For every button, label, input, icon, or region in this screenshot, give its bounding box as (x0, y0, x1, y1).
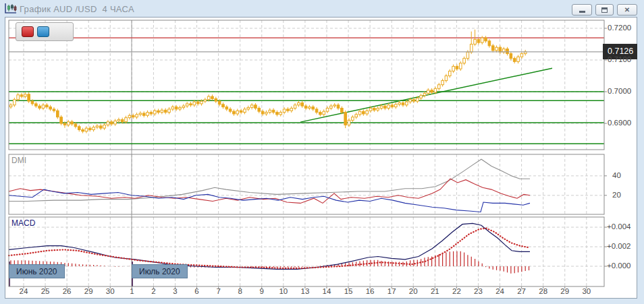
macd-axis-label: +0.002 (607, 242, 631, 250)
sell-red-button[interactable] (22, 26, 34, 37)
time-axis-label: 2 (145, 287, 161, 295)
macd-axis-label: +0.000 (607, 262, 631, 270)
chart-window: График AUD /USD 4 ЧАСА ✕ DMI MACD Июнь 2… (0, 0, 644, 304)
time-axis-label: 16 (362, 287, 378, 295)
time-axis-label: 30 (102, 287, 118, 295)
time-axis-label: 22 (448, 287, 464, 295)
month-label-july: Июль 2020 (132, 264, 188, 278)
time-axis-label: 24 (16, 287, 32, 295)
time-axis-label: 7 (211, 287, 227, 295)
time-axis-label: 3 (167, 287, 183, 295)
time-axis-label: 13 (297, 287, 313, 295)
price-axis-label: 0.7000 (608, 87, 631, 95)
time-axis-label: 29 (557, 287, 573, 295)
chart-plot-area[interactable] (0, 0, 644, 304)
time-axis-label: 26 (59, 287, 75, 295)
macd-panel-label: MACD (11, 218, 35, 228)
time-axis-label: 10 (275, 287, 292, 295)
time-axis-label: 14 (319, 287, 335, 295)
dmi-axis-label: 40 (612, 171, 621, 179)
time-axis-label: 28 (535, 287, 552, 295)
price-axis-label: 0.6900 (608, 119, 631, 127)
time-axis-label: 29 (80, 287, 97, 295)
dmi-axis-label: 20 (612, 191, 621, 199)
macd-axis-label: +0.004 (607, 222, 631, 231)
time-axis-label: 1 (124, 287, 140, 295)
chart-toolbar (16, 22, 74, 41)
month-label-june: Июнь 2020 (9, 264, 65, 278)
time-axis-label: 17 (383, 287, 400, 295)
time-axis-label: 9 (254, 287, 270, 295)
time-axis-label: 27 (514, 287, 530, 295)
time-axis-label: 8 (232, 287, 248, 295)
time-axis-label: 24 (492, 287, 508, 295)
dmi-panel-label: DMI (11, 156, 26, 165)
time-axis-label: 21 (427, 287, 443, 295)
time-axis-label: 25 (37, 287, 53, 295)
time-axis-label: 6 (189, 287, 205, 295)
price-axis-label: 0.7100 (608, 55, 631, 63)
time-axis-label: 20 (405, 287, 421, 295)
time-axis-label: 30 (579, 287, 595, 295)
buy-blue-button[interactable] (37, 26, 49, 37)
time-axis-label: 15 (340, 287, 356, 295)
time-axis-label: 23 (470, 287, 486, 295)
price-axis-label: 0.7200 (608, 24, 631, 32)
